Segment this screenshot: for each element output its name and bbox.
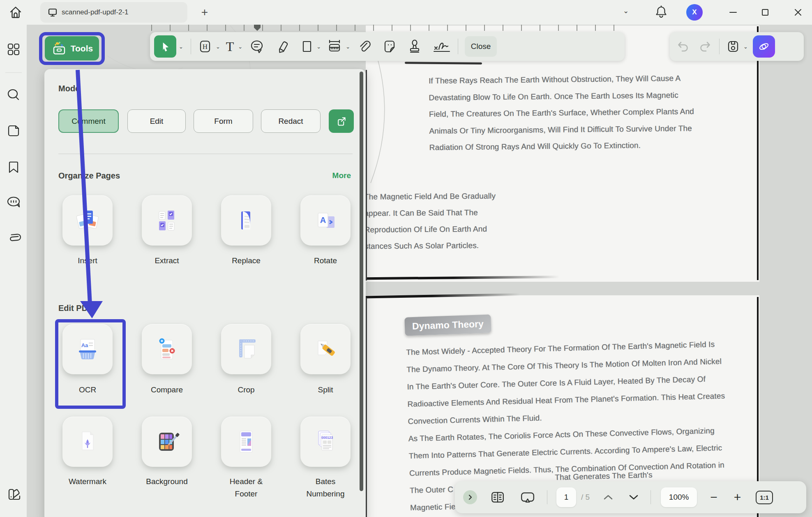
new-tab-button[interactable]: + — [198, 6, 211, 19]
attachment-tool[interactable] — [357, 39, 371, 54]
presentation-button[interactable] — [519, 490, 536, 505]
attachments-panel-button[interactable] — [6, 230, 22, 245]
watermark-icon — [74, 428, 102, 456]
monitor-icon — [48, 7, 58, 18]
tool-card-insert[interactable] — [62, 195, 113, 246]
close-window-button[interactable] — [791, 6, 805, 19]
tool-card-extract[interactable] — [142, 195, 192, 246]
tool-card-rotate[interactable]: A — [300, 195, 351, 246]
divider — [547, 490, 547, 504]
section-divider — [58, 153, 353, 154]
save-dropdown[interactable]: ⌄ — [743, 44, 748, 49]
zoom-level[interactable]: 100% — [661, 487, 697, 507]
avatar[interactable]: X — [686, 4, 703, 21]
pen-tool[interactable] — [275, 39, 289, 54]
ai-assistant-button[interactable] — [753, 35, 775, 58]
tool-card-replace[interactable] — [221, 195, 271, 246]
panel-scrollbar[interactable] — [360, 72, 363, 491]
close-toolbar-button[interactable]: Close — [465, 36, 497, 57]
save-button[interactable] — [726, 39, 740, 53]
tool-card-compare[interactable] — [142, 324, 192, 374]
page-up-button[interactable] — [604, 494, 613, 500]
detach-panel-button[interactable] — [329, 109, 354, 133]
tool-card-watermark[interactable] — [62, 417, 113, 467]
search-button[interactable] — [6, 87, 21, 103]
edit-pdf-heading: Edit PDF — [58, 304, 92, 313]
bell-icon — [654, 4, 668, 20]
redo-button[interactable] — [699, 40, 713, 53]
document-tab[interactable]: scanned-pdf-updf-2-1 — [40, 2, 187, 23]
reading-mode-button[interactable] — [489, 490, 506, 505]
navigation-sidebar — [0, 25, 27, 517]
section-badge: Dynamo Theory — [404, 314, 491, 336]
page2-left-edge — [366, 298, 367, 517]
tool-card-header-footer[interactable] — [221, 417, 271, 467]
maximize-button[interactable] — [759, 6, 772, 19]
minimize-button[interactable] — [727, 6, 740, 19]
home-button[interactable] — [8, 5, 23, 20]
comment-tool[interactable] — [249, 39, 265, 54]
select-tool[interactable] — [154, 35, 176, 58]
header-footer-icon — [232, 428, 260, 456]
zoom-out-button[interactable]: − — [710, 491, 717, 503]
split-icon — [311, 335, 339, 363]
tool-label-crop: Crop — [211, 384, 281, 396]
tool-card-split[interactable] — [300, 324, 351, 374]
notifications-button[interactable] — [654, 4, 668, 20]
signature-tool[interactable] — [432, 39, 451, 54]
tabs-dropdown[interactable]: ⌄ — [623, 7, 629, 14]
thumbnails-panel-button[interactable] — [6, 42, 21, 57]
mode-edit-button[interactable]: Edit — [127, 109, 186, 133]
tool-label-extract: Extract — [132, 255, 202, 267]
tool-card-bates[interactable]: 000123 — [300, 417, 351, 467]
insert-icon — [74, 206, 102, 234]
external-link-icon — [336, 116, 347, 127]
tool-label-watermark: Watermark — [53, 475, 122, 488]
text-tool-dropdown[interactable]: ⌄ — [238, 44, 242, 49]
rotate-icon: A — [311, 206, 339, 234]
mode-redact-button[interactable]: Redact — [261, 109, 321, 133]
zoom-in-button[interactable]: + — [734, 491, 741, 503]
color-palette-button[interactable] — [6, 486, 22, 503]
tool-label-compare: Compare — [132, 384, 202, 396]
organize-more-link[interactable]: More — [332, 171, 351, 180]
tool-card-crop[interactable] — [221, 324, 271, 374]
extract-icon — [153, 206, 181, 234]
tool-card-background[interactable] — [142, 417, 192, 467]
tab-title: scanned-pdf-updf-2-1 — [62, 8, 129, 16]
mode-form-button[interactable]: Form — [194, 109, 253, 133]
page-down-button[interactable] — [629, 494, 638, 500]
organize-pages-heading: Organize Pages — [58, 171, 120, 181]
bookmarks-panel-button[interactable] — [6, 160, 21, 174]
select-tool-dropdown[interactable]: ⌄ — [179, 44, 183, 49]
divider — [651, 490, 651, 504]
expand-button[interactable] — [463, 490, 477, 504]
app-window: If These Rays Reach The Earth Without Ob… — [0, 0, 812, 517]
text-tool[interactable]: T — [226, 40, 234, 53]
highlight-tool[interactable]: H — [198, 39, 212, 54]
mode-comment-button[interactable]: Comment — [58, 109, 119, 133]
comments-panel-button[interactable] — [6, 195, 22, 210]
replace-icon — [232, 206, 260, 234]
pages-panel-button[interactable] — [6, 123, 21, 138]
svg-text:000123: 000123 — [321, 436, 333, 440]
undo-button[interactable] — [676, 40, 690, 53]
tools-panel: Mode Comment Edit Form Redact Organize P… — [44, 69, 366, 517]
actual-size-button[interactable]: 1:1 — [756, 491, 773, 504]
highlight-tool-dropdown[interactable]: ⌄ — [216, 44, 220, 49]
sticker-tool[interactable] — [382, 39, 397, 54]
tool-label-bates: Bates Numbering — [300, 475, 351, 500]
measure-tool-dropdown[interactable]: ⌄ — [346, 44, 350, 49]
tools-button-label: Tools — [71, 44, 93, 53]
shape-tool-dropdown[interactable]: ⌄ — [316, 44, 321, 49]
shape-tool[interactable] — [301, 39, 313, 54]
stamp-tool[interactable] — [408, 39, 422, 54]
tool-label-replace: Replace — [211, 255, 281, 267]
measure-tool[interactable] — [327, 39, 342, 54]
background-icon — [153, 428, 181, 456]
page-input[interactable]: 1 — [556, 487, 576, 507]
page-total: / 5 — [581, 493, 590, 502]
tools-button[interactable]: Tools — [45, 36, 99, 60]
bates-numbering-icon: 000123 — [311, 428, 339, 456]
divider — [719, 39, 720, 54]
